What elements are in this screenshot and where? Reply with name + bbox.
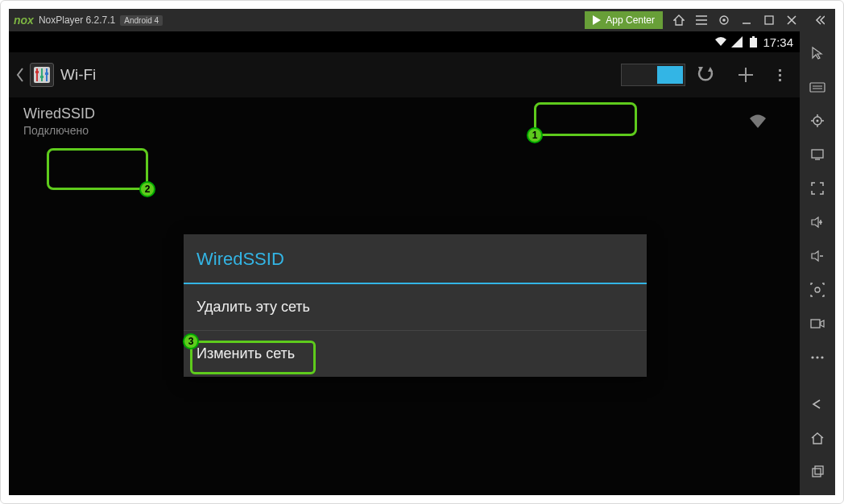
volume-down-icon[interactable] bbox=[800, 239, 835, 273]
svg-point-19 bbox=[811, 356, 813, 358]
svg-rect-4 bbox=[765, 16, 773, 24]
back-chevron-icon[interactable] bbox=[15, 67, 27, 83]
cursor-icon[interactable] bbox=[800, 36, 835, 70]
svg-rect-25 bbox=[750, 38, 757, 48]
svg-rect-17 bbox=[811, 320, 820, 328]
maximize-icon[interactable] bbox=[758, 9, 780, 31]
svg-rect-11 bbox=[812, 150, 823, 158]
dialog-title: WiredSSID bbox=[184, 234, 647, 284]
svg-point-16 bbox=[815, 287, 820, 292]
keyboard-icon[interactable] bbox=[800, 70, 835, 104]
screen-icon[interactable] bbox=[800, 138, 835, 171]
forget-network-item[interactable]: Удалить эту сеть bbox=[184, 284, 647, 331]
network-list: WiredSSID Подключено bbox=[9, 97, 800, 147]
settings-app-icon[interactable] bbox=[30, 63, 54, 87]
network-context-dialog: WiredSSID Удалить эту сеть Изменить сеть bbox=[184, 234, 647, 377]
svg-point-21 bbox=[821, 356, 823, 358]
right-toolbar bbox=[800, 31, 835, 495]
svg-rect-23 bbox=[815, 466, 823, 474]
volume-up-icon[interactable] bbox=[800, 205, 835, 239]
add-network-icon[interactable] bbox=[726, 52, 766, 97]
network-ssid: WiredSSID bbox=[23, 105, 95, 122]
wifi-signal-icon bbox=[748, 114, 767, 130]
svg-marker-0 bbox=[593, 15, 601, 25]
svg-rect-33 bbox=[45, 72, 48, 75]
recent-nav-icon[interactable] bbox=[800, 455, 835, 489]
wifi-settings-header: Wi-Fi bbox=[9, 52, 800, 97]
svg-marker-35 bbox=[708, 67, 713, 72]
wifi-toggle[interactable] bbox=[621, 64, 685, 86]
svg-point-2 bbox=[722, 19, 726, 22]
close-icon[interactable] bbox=[780, 9, 803, 31]
location-icon[interactable] bbox=[800, 104, 835, 138]
android-screen: 17:34 Wi-Fi bbox=[9, 31, 800, 495]
svg-point-10 bbox=[817, 120, 819, 122]
svg-marker-18 bbox=[821, 320, 824, 327]
minimize-icon[interactable] bbox=[735, 9, 758, 31]
network-status: Подключено bbox=[23, 124, 95, 137]
collapse-sidebar-icon[interactable] bbox=[808, 9, 830, 31]
screenshot-icon[interactable] bbox=[800, 273, 835, 307]
callout-2-number: 2 bbox=[139, 181, 155, 197]
overflow-menu-icon[interactable] bbox=[766, 52, 793, 97]
nox-logo: nox bbox=[14, 14, 34, 27]
svg-marker-5 bbox=[813, 48, 821, 59]
svg-point-20 bbox=[816, 356, 818, 358]
svg-rect-6 bbox=[810, 83, 825, 92]
android-badge: Android 4 bbox=[120, 15, 163, 26]
svg-marker-24 bbox=[731, 36, 743, 48]
signal-status-icon bbox=[730, 35, 743, 48]
app-center-label: App Center bbox=[606, 14, 655, 26]
svg-marker-14 bbox=[812, 251, 818, 261]
record-icon[interactable] bbox=[800, 307, 835, 341]
svg-rect-31 bbox=[35, 71, 39, 73]
app-name: NoxPlayer 6.2.7.1 bbox=[39, 14, 115, 26]
battery-status-icon bbox=[747, 35, 759, 48]
menu-lines-icon[interactable] bbox=[690, 9, 713, 31]
svg-rect-26 bbox=[752, 36, 755, 38]
home-nav-icon[interactable] bbox=[800, 421, 835, 455]
modify-network-item[interactable]: Изменить сеть bbox=[184, 331, 647, 377]
wifi-title: Wi-Fi bbox=[60, 66, 96, 84]
home-icon[interactable] bbox=[668, 9, 690, 31]
refresh-icon[interactable] bbox=[685, 52, 726, 97]
svg-rect-32 bbox=[40, 76, 43, 78]
titlebar: nox NoxPlayer 6.2.7.1 Android 4 App Cent… bbox=[9, 9, 835, 31]
callout-2: 2 bbox=[47, 148, 148, 190]
more-dots-icon[interactable] bbox=[800, 341, 835, 374]
back-nav-icon[interactable] bbox=[800, 387, 835, 421]
gear-icon[interactable] bbox=[713, 9, 735, 31]
network-item-wiredssid[interactable]: WiredSSID Подключено bbox=[23, 97, 785, 147]
play-icon bbox=[593, 15, 601, 25]
fullscreen-icon[interactable] bbox=[800, 171, 835, 205]
wifi-status-icon bbox=[714, 35, 727, 48]
svg-marker-13 bbox=[812, 217, 818, 227]
toggle-thumb-on bbox=[657, 66, 683, 84]
clock-text: 17:34 bbox=[763, 35, 793, 49]
svg-rect-22 bbox=[813, 469, 821, 477]
app-center-button[interactable]: App Center bbox=[585, 11, 663, 29]
android-status-bar: 17:34 bbox=[9, 31, 800, 52]
